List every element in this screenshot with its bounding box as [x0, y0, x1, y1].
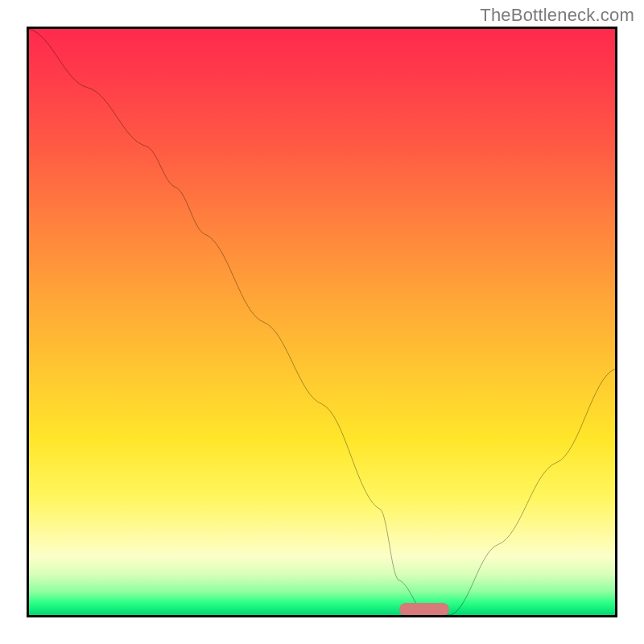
- curve-path: [29, 29, 615, 615]
- bottleneck-curve: [29, 29, 615, 615]
- plot-area: [27, 27, 617, 617]
- optimal-zone-marker: [399, 603, 449, 616]
- watermark-text: TheBottleneck.com: [480, 5, 634, 26]
